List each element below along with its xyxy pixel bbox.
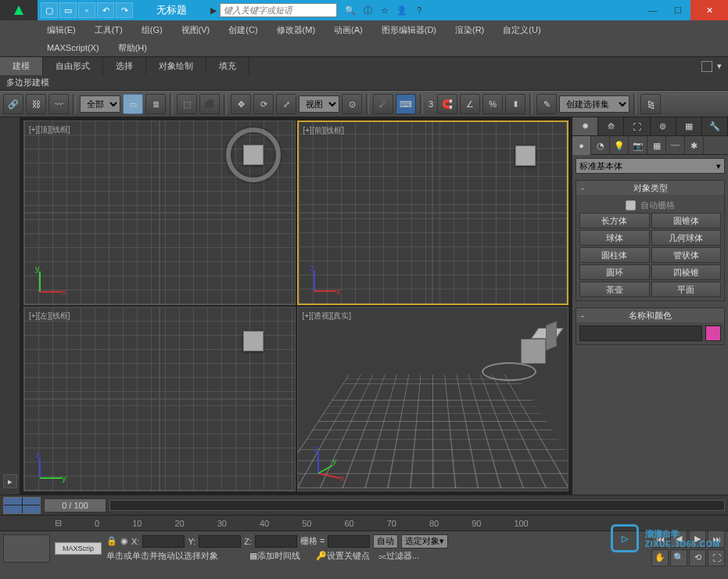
teapot-button[interactable]: 茶壶 xyxy=(579,282,650,297)
tab-populate[interactable]: 填充 xyxy=(206,57,249,75)
rotate-icon[interactable]: ⟳ xyxy=(253,94,274,114)
qat-undo-icon[interactable]: ↶ xyxy=(97,2,114,18)
mini-curve-editor[interactable] xyxy=(3,534,50,563)
help-icon[interactable]: ? xyxy=(412,3,426,17)
viewport-perspective[interactable]: [+][透视][真实] zxy xyxy=(297,307,569,491)
plane-button[interactable]: 平面 xyxy=(651,282,722,297)
viewport-front[interactable]: [+][前][线框] zx xyxy=(297,120,569,305)
unlink-icon[interactable]: ⛓ xyxy=(26,94,46,114)
keyfilter-icon[interactable]: ⫗ xyxy=(378,552,386,561)
time-slider-handle[interactable]: 0 / 100 xyxy=(44,498,106,512)
systems-cat-icon[interactable]: ✱ xyxy=(685,136,704,155)
menu-help[interactable]: 帮助(H) xyxy=(118,42,147,54)
primitive-type-dropdown[interactable]: 标准基本体 ▾ xyxy=(576,158,725,174)
set-key-button[interactable]: 设置关键点 xyxy=(327,550,370,562)
menu-create[interactable]: 创建(C) xyxy=(228,24,257,36)
link-icon[interactable]: 🔗 xyxy=(3,94,23,114)
timetag-icon[interactable]: ▦ xyxy=(249,551,257,561)
shapes-cat-icon[interactable]: ◔ xyxy=(591,136,610,155)
orbit-icon[interactable]: ⟲ xyxy=(689,549,706,566)
play-icon[interactable]: ▶ xyxy=(689,530,706,548)
viewport-left[interactable]: [+][左][线框] zy xyxy=(23,307,296,491)
minimize-button[interactable]: — xyxy=(640,0,665,20)
motion-tab-icon[interactable]: ⊚ xyxy=(651,117,676,135)
tab-selection[interactable]: 选择 xyxy=(103,57,146,75)
angle-snap-icon[interactable]: ∠ xyxy=(460,94,480,114)
communication-icon[interactable]: ☆ xyxy=(378,3,392,17)
lock-icon[interactable]: 🔒 xyxy=(106,536,117,546)
time-slider-track[interactable] xyxy=(109,500,725,511)
sphere-button[interactable]: 球体 xyxy=(579,230,650,246)
tube-button[interactable]: 管状体 xyxy=(651,247,722,263)
lights-cat-icon[interactable]: 💡 xyxy=(610,136,629,155)
qat-open-icon[interactable]: ▭ xyxy=(59,2,77,18)
app-logo[interactable] xyxy=(0,0,38,20)
spacewarps-cat-icon[interactable]: 〰 xyxy=(666,136,685,155)
viewport-label[interactable]: [+][透视][真实] xyxy=(303,311,352,322)
tab-freeform[interactable]: 自由形式 xyxy=(43,57,103,75)
menu-group[interactable]: 组(G) xyxy=(142,24,163,36)
viewcube-icon[interactable] xyxy=(515,146,536,166)
menu-grapheditors[interactable]: 图形编辑器(D) xyxy=(382,24,436,36)
zoom-icon[interactable]: 🔍 xyxy=(670,549,687,566)
key-icon[interactable]: 🔑 xyxy=(316,551,327,561)
pivot-center-icon[interactable]: ⊙ xyxy=(342,94,362,114)
object-name-input[interactable] xyxy=(579,325,702,341)
cylinder-button[interactable]: 圆柱体 xyxy=(579,247,650,263)
display-tab-icon[interactable]: ▦ xyxy=(676,117,702,135)
close-button[interactable]: ✕ xyxy=(690,0,728,20)
x-input[interactable] xyxy=(142,535,185,548)
scale-icon[interactable]: ⤢ xyxy=(276,94,296,114)
rollout-header-objtype[interactable]: - 对象类型 xyxy=(576,181,724,195)
ribbon-minimize-icon[interactable] xyxy=(701,61,712,72)
viewcube-icon[interactable] xyxy=(243,331,264,351)
y-input[interactable] xyxy=(199,535,241,548)
next-frame-icon[interactable]: ⏭ xyxy=(708,530,725,548)
qat-redo-icon[interactable]: ↷ xyxy=(116,2,133,18)
geometry-cat-icon[interactable]: ● xyxy=(572,136,591,155)
expand-panel-icon[interactable]: ▸ xyxy=(3,474,17,488)
qat-new-icon[interactable]: ▢ xyxy=(41,2,58,18)
menu-animation[interactable]: 动画(A) xyxy=(334,24,363,36)
menu-maxscript[interactable]: MAXScript(X) xyxy=(47,43,99,52)
key-toggle-icon[interactable]: ⊟ xyxy=(55,518,62,528)
bind-spacewarp-icon[interactable]: 〰 xyxy=(48,94,69,114)
menu-customize[interactable]: 自定义(U) xyxy=(503,24,540,36)
binoculars-icon[interactable]: 🔍 xyxy=(343,3,357,17)
pyramid-button[interactable]: 四棱锥 xyxy=(651,264,722,280)
sign-in-icon[interactable]: 👤 xyxy=(395,3,409,17)
utilities-tab-icon[interactable]: 🔧 xyxy=(702,117,728,135)
move-icon[interactable]: ✥ xyxy=(231,94,251,114)
mirror-icon[interactable]: ⧎ xyxy=(640,94,661,114)
modify-tab-icon[interactable]: ⟰ xyxy=(598,117,624,135)
viewport-label[interactable]: [+][左][线框] xyxy=(29,311,70,322)
key-target-dropdown[interactable]: 选定对象 ▾ xyxy=(401,534,448,548)
ref-coord-dropdown[interactable]: 视图 xyxy=(299,95,339,113)
viewport-label[interactable]: [+][顶][线框] xyxy=(29,124,70,135)
key-filters-button[interactable]: 过滤器... xyxy=(386,550,419,562)
snap-toggle-icon[interactable]: 🧲 xyxy=(437,94,457,114)
auto-key-button[interactable]: 自动 xyxy=(373,534,398,548)
z-input[interactable] xyxy=(255,535,297,548)
named-selection-dropdown[interactable]: 创建选择集 xyxy=(559,95,629,113)
selection-filter-dropdown[interactable]: 全部 xyxy=(80,95,120,113)
geosphere-button[interactable]: 几何球体 xyxy=(651,230,722,246)
search-input[interactable] xyxy=(220,3,337,17)
create-tab-icon[interactable]: ✸ xyxy=(572,117,598,135)
menu-rendering[interactable]: 渲染(R) xyxy=(455,24,484,36)
hierarchy-tab-icon[interactable]: ⛶ xyxy=(624,117,650,135)
ribbon-dropdown-icon[interactable]: ▾ xyxy=(717,61,722,71)
torus-button[interactable]: 圆环 xyxy=(579,264,650,280)
percent-snap-icon[interactable]: % xyxy=(482,94,503,114)
select-object-icon[interactable]: ▭ xyxy=(123,94,143,114)
box-button[interactable]: 长方体 xyxy=(579,213,650,228)
menu-edit[interactable]: 编辑(E) xyxy=(47,24,76,36)
goto-start-icon[interactable]: ⏮ xyxy=(651,530,669,548)
track-bar[interactable]: ⊟ 0 10 20 30 40 50 60 70 80 90 100 xyxy=(0,515,728,530)
qat-save-icon[interactable]: ▫ xyxy=(78,2,95,18)
window-crossing-icon[interactable]: ⬛ xyxy=(199,94,220,114)
helpers-cat-icon[interactable]: ▦ xyxy=(647,136,666,155)
cameras-cat-icon[interactable]: 📷 xyxy=(629,136,647,155)
menu-views[interactable]: 视图(V) xyxy=(181,24,210,36)
viewcube-icon[interactable] xyxy=(243,145,264,165)
